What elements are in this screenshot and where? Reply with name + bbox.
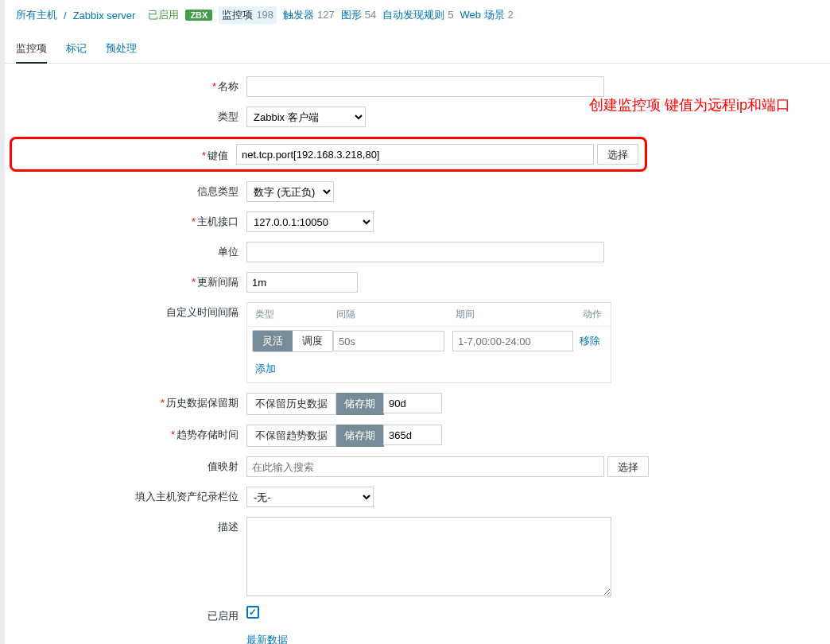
label-enabled: 已启用 (16, 606, 246, 623)
trends-no-keep[interactable]: 不保留趋势数据 (246, 425, 336, 447)
inventory-select[interactable]: -无- (246, 487, 374, 507)
tab-preproc[interactable]: 预处理 (106, 35, 137, 63)
enabled-checkbox[interactable]: ✓ (246, 606, 259, 619)
label-host-iface: *主机接口 (16, 211, 246, 229)
history-no-keep[interactable]: 不保留历史数据 (246, 393, 336, 415)
name-input[interactable] (246, 76, 604, 97)
valuemap-select-button[interactable]: 选择 (607, 456, 649, 477)
th-action: 动作 (575, 303, 610, 326)
interval-table: 类型 间隔 期间 动作 灵活 调度 (246, 302, 611, 383)
th-type: 类型 (247, 303, 328, 326)
link-items[interactable]: 监控项 198 (219, 6, 277, 24)
description-textarea[interactable] (246, 517, 611, 596)
key-input[interactable] (236, 144, 594, 165)
annotation-text: 创建监控项 键值为远程ip和端口 (589, 95, 790, 114)
link-graphs[interactable]: 图形 54 (341, 8, 376, 22)
link-all-hosts[interactable]: 所有主机 (16, 8, 57, 22)
trends-toggle[interactable]: 不保留趋势数据 储存期 (246, 425, 442, 447)
valuemap-input[interactable] (246, 456, 604, 477)
seg-sched[interactable]: 调度 (293, 331, 332, 351)
label-name: *名称 (16, 76, 246, 94)
tab-item[interactable]: 监控项 (16, 35, 47, 64)
label-key: *键值 (12, 145, 236, 163)
label-valuemap: 值映射 (16, 456, 246, 474)
label-history: *历史数据保留期 (16, 393, 246, 410)
label-custom-intervals: 自定义时间间隔 (16, 302, 246, 320)
key-highlight: *键值 选择 (10, 137, 647, 172)
remove-link[interactable]: 移除 (580, 335, 600, 347)
history-toggle[interactable]: 不保留历史数据 储存期 (246, 393, 442, 415)
separator: / (64, 10, 67, 21)
trends-store[interactable]: 储存期 (336, 425, 384, 447)
label-update-interval: *更新间隔 (16, 272, 246, 289)
th-interval: 间隔 (328, 303, 448, 326)
interval-input[interactable] (333, 331, 444, 351)
history-store[interactable]: 储存期 (336, 393, 384, 415)
host-iface-select[interactable]: 127.0.0.1:10050 (246, 211, 374, 232)
label-info-type: 信息类型 (16, 181, 246, 199)
link-triggers[interactable]: 触发器 127 (283, 8, 335, 22)
status-enabled: 已启用 (148, 8, 179, 22)
interval-type-toggle[interactable]: 灵活 调度 (252, 330, 333, 352)
units-input[interactable] (246, 242, 604, 262)
period-input[interactable] (452, 331, 573, 351)
label-units: 单位 (16, 242, 246, 259)
add-interval-link[interactable]: 添加 (255, 363, 276, 374)
trends-value-input[interactable] (383, 425, 442, 445)
breadcrumb-bar: 所有主机 / Zabbix server 已启用 ZBX 监控项 198 触发器… (5, 0, 830, 30)
th-period: 期间 (448, 303, 575, 326)
link-web[interactable]: Web 场景 2 (460, 8, 513, 22)
latest-data-link[interactable]: 最新数据 (246, 634, 288, 644)
label-inventory: 填入主机资产纪录栏位 (16, 487, 246, 504)
history-value-input[interactable] (383, 393, 442, 413)
update-interval-input[interactable] (246, 272, 358, 293)
link-host[interactable]: Zabbix server (73, 10, 136, 21)
label-trends: *趋势存储时间 (16, 425, 246, 442)
zbx-badge: ZBX (185, 10, 212, 21)
info-type-select[interactable]: 数字 (无正负) (246, 181, 334, 202)
label-description: 描述 (16, 517, 246, 534)
tab-tags[interactable]: 标记 (66, 35, 87, 63)
key-select-button[interactable]: 选择 (597, 144, 638, 165)
type-select[interactable]: Zabbix 客户端 (246, 107, 366, 127)
tabs: 监控项 标记 预处理 (5, 35, 830, 64)
link-discovery[interactable]: 自动发现规则 5 (382, 8, 453, 22)
seg-flex[interactable]: 灵活 (253, 331, 293, 351)
label-type: 类型 (16, 107, 246, 124)
